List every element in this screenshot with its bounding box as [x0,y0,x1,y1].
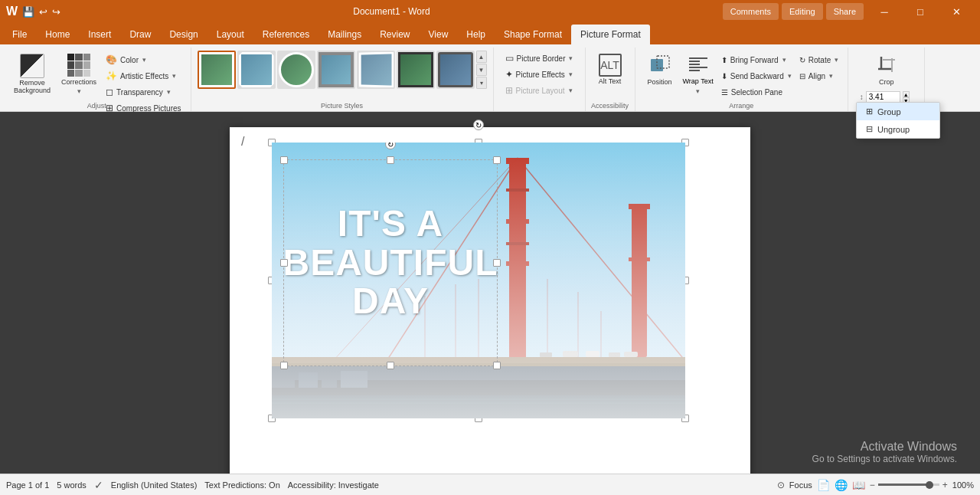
tab-insert[interactable]: Insert [79,25,120,44]
gallery-items [198,51,475,89]
text-overlay[interactable]: ↻ IT'S A BEAUTIFUL DAY [283,159,498,366]
transparency-button[interactable]: ◻ Transparency ▾ [103,84,184,100]
picture-layout-button[interactable]: ⊞ Picture Layout ▾ [502,83,576,98]
remove-background-button[interactable]: RemoveBackground [9,51,55,98]
group-rotate-handle[interactable]: ↻ [473,120,484,130]
tab-home[interactable]: Home [36,25,79,44]
picture-effects-dropdown: ▾ [569,70,573,78]
zoom-out-icon[interactable]: − [870,480,875,490]
zoom-slider[interactable] [878,484,939,486]
zoom-percent[interactable]: 100% [952,480,974,490]
send-backward-icon: ⬇ [721,72,727,80]
quick-access-undo[interactable]: ↩ [39,6,47,18]
focus-icon[interactable]: ⊙ [777,480,785,490]
picture-styles-gallery: ▲ ▼ ▾ [198,51,487,89]
group-menu-item[interactable]: ⊞ Group [857,103,939,120]
alt-text-button[interactable]: ALT Alt Text [592,51,629,89]
print-layout-icon[interactable]: 📄 [817,479,830,491]
picture-style-6[interactable] [397,51,435,89]
picture-layout-icon: ⊞ [505,85,513,96]
selection-pane-icon: ☰ [721,88,728,97]
gallery-expand[interactable]: ▾ [476,77,487,89]
editing-button[interactable]: Editing [782,3,823,20]
tab-shape-format[interactable]: Shape Format [495,25,571,44]
tab-view[interactable]: View [420,25,458,44]
title-bar: W 💾 ↩ ↪ Document1 - Word Comments Editin… [0,0,980,23]
align-button[interactable]: ⊟ Align ▾ [796,68,841,84]
document-area: / ↻ [0,112,980,495]
tab-mailings[interactable]: Mailings [318,25,371,44]
crop-button[interactable]: Crop [868,51,905,90]
tab-review[interactable]: Review [371,25,419,44]
comments-button[interactable]: Comments [723,3,779,20]
tab-design[interactable]: Design [160,25,207,44]
text-handle-bm[interactable] [387,362,394,369]
language[interactable]: English (United States) [111,480,198,490]
close-button[interactable]: ✕ [939,0,974,23]
text-handle-br[interactable] [493,362,501,369]
send-backward-button[interactable]: ⬇ Send Backward ▾ [718,68,795,84]
picture-effects-icon: ✦ [505,69,513,80]
minimize-button[interactable]: ─ [867,0,902,23]
text-handle-mr[interactable] [493,259,501,267]
wrap-text-button[interactable]: Wrap Text ▾ [680,51,717,98]
selection-pane-button[interactable]: ☰ Selection Pane [718,84,795,100]
text-handle-tm[interactable] [387,156,394,164]
text-handle-ml[interactable] [280,259,288,267]
corrections-label: Corrections [61,78,96,86]
grouped-image[interactable]: ↻ [272,143,685,418]
artistic-effects-label: Artistic Effects [120,72,168,80]
text-handle-tr[interactable] [493,156,501,164]
tab-layout[interactable]: Layout [207,25,253,44]
gallery-scroll-down[interactable]: ▼ [476,64,487,76]
picture-style-3[interactable] [277,51,315,89]
artistic-effects-dropdown-icon: ▾ [172,72,176,80]
selection-pane-label: Selection Pane [731,88,782,97]
picture-style-2[interactable] [237,51,276,89]
tab-draw[interactable]: Draw [120,25,160,44]
rotate-label: Rotate [808,56,831,64]
bring-forward-icon: ⬆ [721,56,727,64]
picture-style-1[interactable] [198,51,236,89]
maximize-button[interactable]: □ [903,0,938,23]
tab-help[interactable]: Help [457,25,495,44]
text-line3: DAY [283,282,498,320]
picture-border-button[interactable]: ▭ Picture Border ▾ [502,51,577,66]
page-info: Page 1 of 1 [6,480,49,490]
height-increment[interactable]: ▲ [903,91,910,97]
bring-forward-button[interactable]: ⬆ Bring Forward ▾ [718,52,795,67]
picture-style-5[interactable] [357,51,395,89]
document-title: Document1 - Word [353,6,430,17]
rotate-button[interactable]: ↻ Rotate ▾ [796,52,841,67]
quick-access-redo[interactable]: ↪ [52,6,60,18]
color-button[interactable]: 🎨 Color ▾ [103,52,184,67]
text-handle-bl[interactable] [280,362,288,369]
accessibility[interactable]: Accessibility: Investigate [288,480,379,490]
picture-style-4[interactable] [317,51,355,89]
text-line1: IT'S A [283,205,498,243]
share-button[interactable]: Share [826,3,864,20]
picture-style-7[interactable] [436,51,475,89]
tab-picture-format[interactable]: Picture Format [571,25,650,44]
text-handle-tl[interactable] [280,156,288,164]
picture-effects-content: ▭ Picture Border ▾ ✦ Picture Effects ▾ ⊞… [502,49,577,111]
ungroup-menu-item[interactable]: ⊟ Ungroup [857,120,939,138]
zoom-slider-thumb[interactable] [926,481,933,489]
text-predictions[interactable]: Text Predictions: On [204,480,279,490]
rotate-dropdown: ▾ [835,56,838,64]
zoom-in-icon[interactable]: + [942,480,948,490]
align-icon: ⊟ [799,72,805,80]
picture-effects-button[interactable]: ✦ Picture Effects ▾ [502,67,576,82]
spellcheck-icon[interactable]: ✓ [94,479,103,491]
focus-label[interactable]: Focus [789,480,812,490]
quick-access-save[interactable]: 💾 [22,6,34,18]
corrections-button[interactable]: Corrections ▾ [57,51,101,98]
tab-references[interactable]: References [253,25,318,44]
position-button[interactable]: Position [642,51,678,90]
tab-file[interactable]: File [3,25,36,44]
read-mode-icon[interactable]: 📖 [852,479,865,491]
align-label: Align [808,72,825,80]
web-layout-icon[interactable]: 🌐 [835,479,848,491]
gallery-scroll-up[interactable]: ▲ [476,51,487,63]
artistic-effects-button[interactable]: ✨ Artistic Effects ▾ [103,68,184,84]
